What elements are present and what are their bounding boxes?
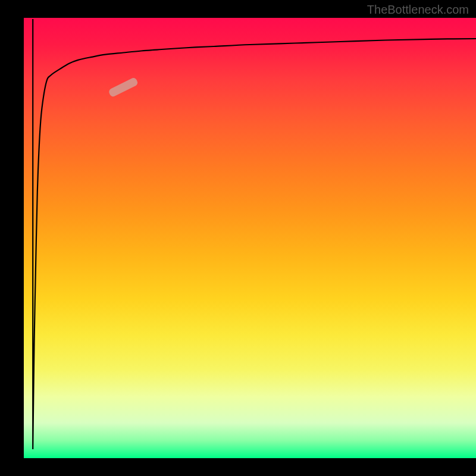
attribution-text: TheBottleneck.com — [367, 3, 469, 17]
curve-marker — [108, 77, 139, 98]
curve-svg — [24, 18, 476, 458]
bottleneck-curve — [33, 19, 476, 449]
plot-area — [24, 18, 476, 458]
